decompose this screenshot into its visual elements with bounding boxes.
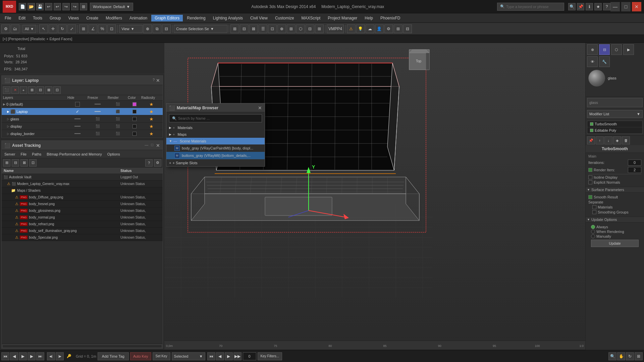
asset-tool3[interactable]: ⊠ [20, 159, 28, 167]
mirror-btn[interactable]: ⧉ [153, 24, 161, 33]
ts-mat-check[interactable] [592, 205, 596, 209]
mat-cat-scene[interactable]: ▼ — Scene Materials [166, 138, 265, 144]
hide-check-default[interactable] [75, 102, 80, 107]
undo-btn[interactable]: ↩ [45, 3, 52, 10]
mod-icon-hierarchy[interactable]: ⬡ [611, 44, 622, 55]
select-btn[interactable]: ↖ [39, 24, 48, 33]
asset-help-btn[interactable]: ? [145, 159, 153, 167]
asset-row-vault[interactable]: ⬛ Autodesk Vault Logged Out [2, 174, 163, 181]
asset-tool4[interactable]: ⊡ [29, 159, 37, 167]
asset-row-png2[interactable]: ⚠ PNG body_fresnel.png Unknown Status, [2, 201, 163, 207]
menu-lighting[interactable]: Lighting Analysis [210, 15, 246, 21]
asset-menu-server[interactable]: Server [3, 152, 16, 156]
menu-project-manager[interactable]: Project Manager [324, 15, 361, 21]
radio-manually[interactable]: Manually [591, 234, 641, 238]
vp-maximize-btn[interactable]: ⊞ [635, 352, 643, 360]
prev-key-btn[interactable]: ◀| [47, 352, 55, 360]
ts-update-section[interactable]: ▼ Update Options [586, 217, 644, 223]
menu-create[interactable]: Create [83, 15, 102, 21]
select-filter-btn[interactable]: ⚙ [1, 24, 10, 33]
layer-row-laptop[interactable]: ▶ ⬛ Laptop ✓ ━━━ ⬛ ★ [2, 108, 163, 115]
next-key-btn[interactable]: |▶ [56, 352, 64, 360]
ts-render-iters-row[interactable]: Render Iters: 2 [588, 167, 641, 173]
menu-customize[interactable]: Customize [272, 15, 298, 21]
help-btn[interactable]: ? [603, 3, 610, 10]
goto-end-btn[interactable]: ⏭ [36, 352, 44, 360]
menu-file[interactable]: File [1, 15, 14, 21]
ts-iter-value[interactable]: 0 [628, 160, 641, 166]
light-btn[interactable]: 💡 [356, 24, 365, 33]
asset-menu-options[interactable]: Options [106, 152, 121, 156]
workspace-dropdown[interactable]: Workspace: Default ▼ [90, 3, 133, 11]
ref-coord-btn[interactable]: ⊕ [143, 24, 152, 33]
vp-orbit-btn[interactable]: ↻ [626, 352, 634, 360]
new-btn[interactable]: 📄 [19, 3, 26, 10]
asset-close-btn[interactable]: ✕ [156, 143, 160, 148]
selection-set-dropdown[interactable]: Create Selection Se ▼ [174, 25, 227, 33]
layer-row-display[interactable]: ▷ display ━━━ ⬛ ⬛ ★ [2, 123, 163, 130]
asset-tool2[interactable]: ⊟ [12, 159, 19, 167]
mod-icon-motion[interactable]: ▶ [623, 44, 634, 55]
asset-minimize-btn[interactable]: — [145, 143, 148, 148]
menu-views[interactable]: Views [65, 15, 82, 21]
add-time-tag-btn[interactable]: Add Time Tag [98, 352, 129, 360]
extra2-btn[interactable]: ⊟ [403, 24, 412, 33]
layer-help-btn[interactable]: ? [153, 78, 155, 83]
spinner-snap-btn[interactable]: ⊡ [107, 24, 116, 33]
menu-rendering[interactable]: Rendering [183, 15, 209, 21]
ts-explicit-check[interactable] [588, 180, 592, 184]
material-btn[interactable]: ⬡ [296, 24, 305, 33]
layer-tool3[interactable]: + [20, 86, 27, 94]
menu-tools[interactable]: Tools [30, 15, 46, 21]
color-laptop[interactable] [132, 110, 137, 114]
ref-btn[interactable]: ⊞ [80, 3, 87, 10]
mat-item-bodygray[interactable]: M body_gray (VRayCarPaintMtl) [body, dis… [166, 144, 265, 152]
layer-tool1[interactable]: ⬛ [3, 86, 10, 94]
color-display[interactable] [132, 124, 137, 128]
layer-close-btn[interactable]: ✕ [156, 78, 160, 83]
maximize-btn[interactable]: □ [621, 2, 631, 11]
ts-explicit-row[interactable]: Explicit Normals [588, 180, 641, 184]
scale-btn[interactable]: ⤢ [67, 24, 76, 33]
search-bar[interactable]: 🔍 Type a keyword or phrase [497, 3, 564, 11]
nav-prev-btn[interactable]: ⏮ [207, 352, 215, 360]
minimize-btn[interactable]: — [610, 2, 620, 11]
user-btn[interactable]: 👤 [375, 24, 384, 33]
layer-tool4[interactable]: ⊞ [28, 86, 36, 94]
nav-next2-btn[interactable]: ▶▶ [233, 352, 241, 360]
key-filters-btn[interactable]: Key Filters... [258, 352, 282, 360]
align-btn[interactable]: ⊟ [162, 24, 171, 33]
ts-render-value[interactable]: 2 [628, 167, 641, 173]
menu-animation[interactable]: Animation [126, 15, 151, 21]
next-frame-btn[interactable]: ▶ [28, 352, 36, 360]
mat-cat-materials[interactable]: ▶ + Materials [166, 124, 265, 131]
prev-frame-btn[interactable]: ◀ [10, 352, 18, 360]
layer-tool2[interactable]: ✕ [11, 86, 19, 94]
color-dispborder[interactable] [132, 132, 137, 136]
mod-nav-pin[interactable]: 📌 [587, 136, 595, 144]
menu-edit[interactable]: Edit [15, 15, 29, 21]
menu-civil[interactable]: Civil View [247, 15, 271, 21]
color-default[interactable] [132, 102, 137, 106]
mod-nav-move-down[interactable]: ↓ [604, 136, 612, 144]
asset-menu-paths[interactable]: Paths [31, 152, 43, 156]
asset-row-png3[interactable]: ⚠ PNG body_glossiness.png Unknown Status… [2, 207, 163, 214]
mod-icon-create[interactable]: ⊕ [587, 44, 598, 55]
view-dropdown[interactable]: View ▼ [119, 25, 143, 33]
layers-btn[interactable]: ⊡ [268, 24, 277, 33]
settings-btn2[interactable]: ⚙ [384, 24, 393, 33]
spacing-btn[interactable]: ⊠ [249, 24, 258, 33]
array-btn[interactable]: ⊟ [240, 24, 249, 33]
menu-help[interactable]: Help [361, 15, 376, 21]
goto-start-btn[interactable]: ⏮ [1, 352, 9, 360]
help-search-btn[interactable]: 🔍 [568, 3, 576, 10]
key-mode-dropdown[interactable]: Selected ▼ [172, 352, 205, 360]
mod-nav-move[interactable]: ↑ [596, 136, 604, 144]
mod-nav-delete[interactable]: 🗑 [622, 136, 630, 144]
asset-row-png4[interactable]: ⚠ PNG body_normal.png Unknown Status, [2, 214, 163, 221]
layer-tool5[interactable]: ⊟ [37, 86, 44, 94]
percent-snap-btn[interactable]: % [98, 24, 107, 33]
asset-row-maxfile[interactable]: ⚠ ⬛ Modern_Laptop_Generic_vray.max Unkno… [2, 181, 163, 187]
set-key-btn[interactable]: Set Key [153, 352, 170, 360]
mat-browser-titlebar[interactable]: ⬛ Material/Map Browser ✕ [166, 104, 265, 112]
